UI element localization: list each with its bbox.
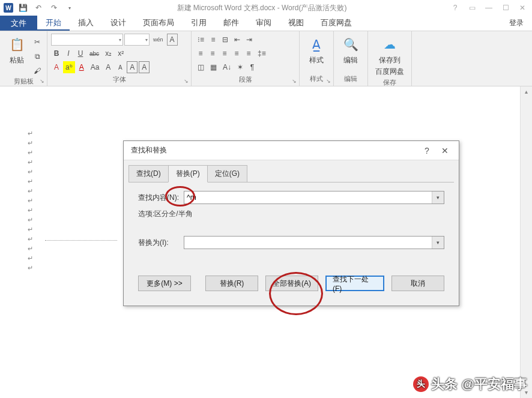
find-dropdown-icon[interactable]: ▾ (432, 191, 444, 204)
char-shading-button[interactable]: A (127, 61, 138, 73)
maximize-icon[interactable]: ☐ (498, 1, 513, 14)
tab-mailings[interactable]: 邮件 (215, 16, 247, 31)
cut-icon[interactable]: ✂ (31, 36, 43, 48)
font-size-combo[interactable] (124, 34, 150, 46)
replace-all-button[interactable]: 全部替换(A) (265, 276, 318, 291)
paragraph-mark: ↵ (28, 167, 33, 176)
styles-launcher-icon[interactable]: ↘ (324, 77, 333, 85)
font-launcher-icon[interactable]: ↘ (182, 77, 190, 85)
dialog-help-icon[interactable]: ? (418, 146, 436, 155)
clipboard-launcher-icon[interactable]: ↘ (38, 77, 46, 85)
align-left-icon[interactable]: ≡ (195, 47, 206, 59)
dialog-close-icon[interactable]: ✕ (436, 146, 454, 155)
paragraph-mark: ↵ (28, 215, 33, 225)
paragraph-mark: ↵ (28, 148, 33, 157)
justify-icon[interactable]: ≡ (231, 47, 242, 59)
paragraph-mark: ↵ (28, 225, 33, 234)
dec-indent-icon[interactable]: ⇤ (232, 34, 243, 46)
save-baidu-button[interactable]: ☁ 保存到 百度网盘 (372, 34, 408, 78)
group-editing-label: 编辑 (337, 74, 364, 85)
paragraph-mark: ↵ (28, 263, 33, 273)
help-icon[interactable]: ? (448, 1, 462, 14)
tab-baidu[interactable]: 百度网盘 (312, 16, 360, 31)
replace-label: 替换为(I): (138, 238, 184, 248)
login-button[interactable]: 登录 (501, 16, 532, 31)
find-input-wrapper: ▾ (184, 191, 444, 204)
qat-customize-icon[interactable]: ▾ (64, 2, 76, 14)
tab-design[interactable]: 设计 (102, 16, 135, 31)
dialog-body: 查找内容(N): ▾ 选项: 区分全/半角 替换为(I): ▾ 更多(M) >>… (128, 182, 454, 301)
editing-button[interactable]: 🔍 编辑 (337, 34, 364, 67)
multilevel-icon[interactable]: ⊟ (220, 34, 231, 46)
text-direction-icon[interactable]: ✶ (235, 61, 246, 73)
text-effects-button[interactable]: A (51, 61, 62, 73)
cancel-button[interactable]: 取消 (391, 276, 444, 291)
line-spacing-icon[interactable]: ‡≡ (255, 47, 268, 59)
tab-replace-p[interactable]: 替换(P) (168, 165, 208, 182)
minimize-icon[interactable]: — (482, 1, 496, 14)
enclose-char-button[interactable]: A (139, 61, 150, 73)
shrink-font-button[interactable]: A (115, 61, 125, 73)
distribute-icon[interactable]: ≡ (243, 47, 254, 59)
ribbon-options-icon[interactable]: ▭ (465, 1, 479, 14)
group-paragraph: ⁝≡ ≡ ⊟ ⇤ ⇥ ≡ ≡ ≡ ≡ ≡ ‡≡ ◫ ▦ A↓ ✶ ¶ 段 (192, 31, 300, 86)
bullets-icon[interactable]: ⁝≡ (195, 34, 207, 46)
dialog-titlebar[interactable]: 查找和替换 ? ✕ (124, 141, 459, 160)
vertical-scrollbar[interactable]: ▴ ▾ (520, 86, 532, 398)
replace-dropdown-icon[interactable]: ▾ (432, 237, 444, 249)
phonetic-icon[interactable]: wén (151, 34, 166, 46)
subscript-button[interactable]: x₂ (103, 47, 114, 59)
redo-icon[interactable]: ↷ (48, 2, 60, 14)
strike-button[interactable]: abc (87, 47, 101, 59)
highlight-button[interactable]: aᵇ (63, 61, 75, 73)
scroll-up-icon[interactable]: ▴ (521, 86, 532, 97)
more-button[interactable]: 更多(M) >> (138, 276, 191, 291)
borders-icon[interactable]: ▦ (208, 61, 219, 73)
paragraph-mark: ↵ (28, 244, 33, 253)
align-right-icon[interactable]: ≡ (219, 47, 230, 59)
tab-insert[interactable]: 插入 (70, 16, 102, 31)
paste-button[interactable]: 📋 粘贴 (4, 34, 30, 67)
replace-button[interactable]: 替换(R) (205, 276, 258, 291)
group-font-label: 字体 (51, 75, 187, 85)
styles-label: 样式 (309, 55, 324, 65)
underline-button[interactable]: U (75, 47, 86, 59)
paragraph-launcher-icon[interactable]: ↘ (290, 77, 298, 85)
tab-home[interactable]: 开始 (37, 16, 70, 31)
change-case-button[interactable]: Aa (88, 61, 102, 73)
undo-icon[interactable]: ↶ (32, 2, 44, 14)
copy-icon[interactable]: ⧉ (31, 50, 43, 62)
char-border-icon[interactable]: A (167, 34, 178, 46)
word-app-icon: W (4, 3, 13, 13)
paragraph-mark: ↵ (28, 234, 33, 244)
font-color-button[interactable]: A (76, 61, 87, 73)
tab-layout[interactable]: 页面布局 (135, 16, 183, 31)
italic-button[interactable]: I (63, 47, 74, 59)
title-bar: W 💾 ↶ ↷ ▾ 新建 Microsoft Word 文档.docx - Wo… (0, 0, 532, 16)
tab-goto-g[interactable]: 定位(G) (207, 165, 247, 182)
save-icon[interactable]: 💾 (17, 2, 29, 14)
options-value: 区分全/半角 (154, 209, 192, 219)
tab-file[interactable]: 文件 (0, 16, 37, 31)
numbering-icon[interactable]: ≡ (208, 34, 219, 46)
align-center-icon[interactable]: ≡ (207, 47, 218, 59)
bold-button[interactable]: B (51, 47, 62, 59)
group-save: ☁ 保存到 百度网盘 保存 (368, 31, 412, 86)
grow-font-button[interactable]: A (103, 61, 113, 73)
tab-view[interactable]: 视图 (280, 16, 312, 31)
shading-icon[interactable]: ◫ (195, 61, 207, 73)
inc-indent-icon[interactable]: ⇥ (244, 34, 255, 46)
superscript-button[interactable]: x² (115, 47, 126, 59)
sort-icon[interactable]: A↓ (220, 61, 234, 73)
font-family-combo[interactable] (51, 34, 123, 46)
find-next-button[interactable]: 查找下一处(F) (325, 276, 384, 291)
tab-review[interactable]: 审阅 (247, 16, 280, 31)
tab-references[interactable]: 引用 (183, 16, 215, 31)
styles-button[interactable]: A̲ 样式 (303, 34, 330, 67)
replace-input[interactable] (184, 238, 432, 247)
find-input[interactable] (184, 193, 432, 202)
tab-find-d[interactable]: 查找(D) (128, 165, 169, 182)
close-icon[interactable]: ✕ (515, 1, 530, 14)
show-marks-icon[interactable]: ¶ (247, 61, 258, 73)
format-painter-icon[interactable]: 🖌 (31, 65, 43, 77)
